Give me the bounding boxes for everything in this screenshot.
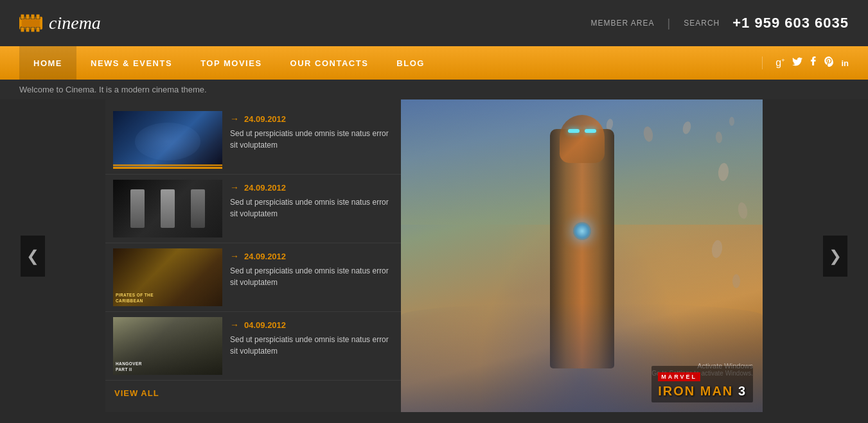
search-link[interactable]: SEARCH xyxy=(684,19,720,28)
svg-point-13 xyxy=(681,121,692,135)
svg-point-18 xyxy=(711,239,723,259)
facebook-icon[interactable] xyxy=(810,56,817,69)
twitter-icon[interactable] xyxy=(792,57,802,69)
movie-1-text: → 24.09.2012 Sed ut perspiciatis unde om… xyxy=(230,111,393,169)
nav-item-home[interactable]: HOME xyxy=(19,46,76,80)
movie-1-date: → 24.09.2012 xyxy=(230,114,393,124)
main-section: ❮ → 24.09.2012 Sed ut perspiciatis unde … xyxy=(53,99,815,412)
svg-point-15 xyxy=(729,117,734,126)
movie-list-panel: → 24.09.2012 Sed ut perspiciatis unde om… xyxy=(105,99,401,412)
phone-number: +1 959 603 6035 xyxy=(732,15,849,31)
movie-3-desc: Sed ut perspiciatis unde omnis iste natu… xyxy=(230,265,393,288)
movie-1-desc: Sed ut perspiciatis unde omnis iste natu… xyxy=(230,128,393,151)
svg-point-16 xyxy=(718,162,729,181)
header: cinema MEMBER AREA | SEARCH +1 959 603 6… xyxy=(0,0,868,46)
ironman-title-text: IRON MAN 3 xyxy=(658,384,747,399)
svg-rect-7 xyxy=(31,27,35,32)
nav-item-blog[interactable]: BLOG xyxy=(382,46,439,80)
movie-item-2[interactable]: → 24.09.2012 Sed ut perspiciatis unde om… xyxy=(105,175,401,243)
welcome-text: Welcome to Cinema. It is a modern cinema… xyxy=(19,85,207,94)
hero-slider: Activate Windows Go to Settings to activ… xyxy=(401,99,763,412)
nav-items: HOME NEWS & EVENTS TOP MOVIES OUR CONTAC… xyxy=(19,46,762,80)
svg-point-14 xyxy=(715,132,723,144)
marvel-label: MARVEL xyxy=(658,372,700,381)
right-figures xyxy=(678,146,756,309)
nav-item-news[interactable]: NEWS & EVENTS xyxy=(76,46,186,80)
svg-rect-4 xyxy=(36,14,40,19)
nav-item-top-movies[interactable]: TOP MOVIES xyxy=(186,46,276,80)
welcome-bar: Welcome to Cinema. It is a modern cinema… xyxy=(0,80,868,99)
left-arrow-icon: ❮ xyxy=(26,247,39,265)
movie-item-1[interactable]: → 24.09.2012 Sed ut perspiciatis unde om… xyxy=(105,106,401,175)
pinterest-icon[interactable] xyxy=(824,56,833,69)
slider-prev-button[interactable]: ❮ xyxy=(21,236,45,277)
header-divider: | xyxy=(668,17,671,30)
movie-4-desc: Sed ut perspiciatis unde omnis iste natu… xyxy=(230,334,393,357)
arrow-icon-3: → xyxy=(230,251,239,261)
slider-next-button[interactable]: ❯ xyxy=(823,236,847,277)
svg-point-19 xyxy=(732,274,740,288)
movie-thumb-1 xyxy=(113,111,222,169)
arrow-icon-1: → xyxy=(230,114,239,124)
svg-rect-6 xyxy=(26,27,30,32)
movie-thumb-3: PIRATES OF THECARIBBEAN xyxy=(113,248,222,306)
movie-2-desc: Sed ut perspiciatis unde omnis iste natu… xyxy=(230,196,393,220)
svg-rect-1 xyxy=(21,14,24,19)
social-links: g+ in xyxy=(762,56,849,69)
main-nav: HOME NEWS & EVENTS TOP MOVIES OUR CONTAC… xyxy=(0,46,868,80)
film-icon xyxy=(19,14,42,32)
logo[interactable]: cinema xyxy=(19,13,101,33)
movie-item-3[interactable]: PIRATES OF THECARIBBEAN → 24.09.2012 Sed… xyxy=(105,243,401,312)
movie-thumb-2 xyxy=(113,180,222,237)
svg-rect-8 xyxy=(36,27,40,32)
member-area-link[interactable]: MEMBER AREA xyxy=(590,19,654,28)
svg-rect-3 xyxy=(31,14,35,19)
movie-2-date: → 24.09.2012 xyxy=(230,182,393,193)
arrow-icon-4: → xyxy=(230,320,239,330)
content-area: → 24.09.2012 Sed ut perspiciatis unde om… xyxy=(105,99,763,412)
svg-point-17 xyxy=(737,202,748,220)
svg-rect-9 xyxy=(22,19,40,27)
svg-rect-2 xyxy=(26,14,30,19)
nav-item-contacts[interactable]: OUR CONTACTS xyxy=(276,46,383,80)
google-plus-icon[interactable]: g+ xyxy=(775,57,784,69)
linkedin-icon[interactable]: in xyxy=(841,58,849,68)
iron-man-badge: MARVEL IRON MAN 3 xyxy=(651,366,753,402)
movie-4-date: → 04.09.2012 xyxy=(230,320,393,330)
movie-item-4[interactable]: HANGOVERPART II → 04.09.2012 Sed ut pers… xyxy=(105,312,401,381)
right-arrow-icon: ❯ xyxy=(829,247,842,265)
movie-4-text: → 04.09.2012 Sed ut perspiciatis unde om… xyxy=(230,317,393,375)
movie-3-text: → 24.09.2012 Sed ut perspiciatis unde om… xyxy=(230,248,393,306)
arrow-icon-2: → xyxy=(230,182,239,193)
svg-rect-5 xyxy=(21,27,24,32)
view-all-link[interactable]: VIEW ALL xyxy=(105,381,401,406)
header-right: MEMBER AREA | SEARCH +1 959 603 6035 xyxy=(590,15,849,31)
movie-3-date: → 24.09.2012 xyxy=(230,251,393,261)
logo-text: cinema xyxy=(49,13,101,33)
movie-thumb-4: HANGOVERPART II xyxy=(113,317,222,375)
movie-2-text: → 24.09.2012 Sed ut perspiciatis unde om… xyxy=(230,180,393,237)
